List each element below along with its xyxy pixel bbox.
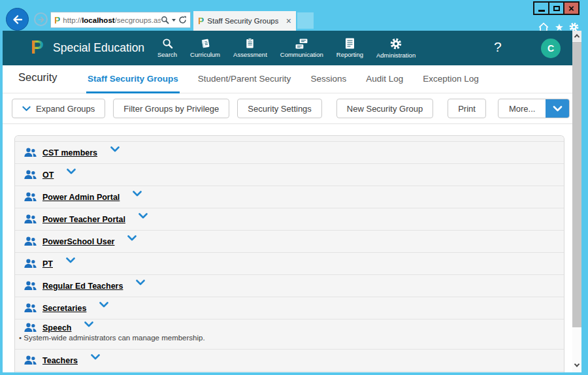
communication-icon (295, 39, 308, 49)
group-link[interactable]: PowerSchool User (42, 237, 114, 246)
new-security-group-button[interactable]: New Security Group (336, 99, 433, 118)
group-link[interactable]: Power Admin Portal (42, 193, 120, 202)
help-button[interactable]: ? (494, 39, 502, 55)
chevron-down-icon[interactable] (172, 19, 176, 22)
address-bar[interactable]: P http://localhost/secgroups.aspx?pos (50, 12, 191, 28)
security-settings-button[interactable]: Security Settings (237, 99, 322, 118)
tab-close-icon[interactable]: × (286, 16, 291, 25)
group-link[interactable]: Teachers (42, 356, 78, 365)
gear-icon (390, 38, 402, 50)
nav-item-reporting[interactable]: Reporting (330, 38, 370, 58)
group-row: Power Teacher Portal (15, 208, 564, 231)
group-link[interactable]: CST members (42, 148, 97, 157)
tab-staff-security-groups[interactable]: Staff Security Groups (86, 65, 180, 93)
group-people-icon (24, 303, 37, 313)
group-link[interactable]: Regular Ed Teachers (42, 282, 123, 291)
scrollbar-thumb[interactable] (572, 42, 581, 327)
app-header: P Special Education Search Curriculum (3, 31, 572, 65)
chevron-down-icon (553, 106, 563, 112)
toolbar: Expand Groups Filter Groups by Privilege… (3, 93, 572, 124)
security-tabs: Staff Security Groups Student/Parent Sec… (86, 65, 480, 93)
nav-item-communication[interactable]: Communication (274, 39, 330, 58)
chevron-down-icon[interactable] (133, 191, 142, 197)
group-people-icon (24, 214, 37, 224)
group-row: Teachers (15, 350, 564, 372)
chevron-down-icon[interactable] (110, 146, 120, 152)
group-people-icon (24, 192, 37, 202)
nav-label: Curriculum (190, 51, 220, 58)
tab-student-parent-security[interactable]: Student/Parent Security (197, 65, 293, 93)
close-button[interactable]: × (563, 1, 580, 15)
minimize-icon (538, 10, 545, 12)
group-link[interactable]: PT (42, 259, 53, 269)
nav-label: Search (157, 51, 177, 58)
chevron-down-icon[interactable] (66, 257, 75, 263)
browser-tab[interactable]: P Staff Security Groups × (193, 11, 296, 31)
minimize-button[interactable] (533, 1, 549, 15)
group-row-line: Speech (19, 323, 93, 333)
url-text: http://localhost/secgroups.aspx?pos (63, 16, 161, 24)
scrollbar-down-button[interactable] (572, 363, 581, 367)
new-tab-button[interactable] (297, 12, 314, 29)
powerschool-logo: P (31, 37, 44, 57)
more-dropdown-button[interactable] (546, 99, 569, 118)
maximize-button[interactable] (548, 1, 564, 15)
chevron-down-icon[interactable] (136, 280, 145, 285)
page-content: Security Staff Security Groups Student/P… (3, 65, 572, 372)
group-row: CST members (15, 142, 564, 164)
chevron-down-icon[interactable] (139, 213, 148, 219)
page-title: Security (18, 71, 57, 84)
back-arrow-icon (12, 14, 24, 25)
chevron-down-icon[interactable] (84, 321, 93, 327)
more-button[interactable]: More... (498, 99, 570, 118)
nav-item-assessment[interactable]: Assessment (227, 38, 274, 58)
filter-groups-button[interactable]: Filter Groups by Privilege (113, 99, 229, 118)
tab-audit-log[interactable]: Audit Log (365, 65, 404, 93)
refresh-icon[interactable] (178, 16, 187, 24)
tab-title: Staff Security Groups (207, 17, 278, 25)
chevron-down-icon[interactable] (67, 169, 76, 174)
group-link[interactable]: Secretaries (42, 304, 86, 313)
group-people-icon (24, 236, 37, 246)
tab-exception-log[interactable]: Exception Log (421, 65, 480, 93)
nav-label: Reporting (336, 51, 363, 58)
group-people-icon (24, 148, 37, 157)
nav-label: Administration (376, 52, 416, 59)
group-people-icon (24, 170, 37, 180)
search-icon[interactable] (161, 16, 169, 24)
group-link[interactable]: Power Teacher Portal (42, 215, 125, 224)
chevron-down-icon (574, 361, 580, 367)
user-avatar[interactable]: C (541, 39, 561, 58)
group-row: PowerSchool User (15, 231, 564, 253)
nav-item-administration[interactable]: Administration (370, 38, 422, 59)
expand-groups-button[interactable]: Expand Groups (12, 99, 105, 118)
chevron-up-icon (574, 34, 580, 39)
group-link[interactable]: OT (42, 171, 54, 180)
nav-item-curriculum[interactable]: Curriculum (184, 38, 227, 58)
chevron-down-icon[interactable] (99, 302, 108, 308)
tab-sessions[interactable]: Sessions (309, 65, 348, 93)
button-label: Expand Groups (36, 104, 95, 114)
forward-button[interactable] (34, 12, 48, 26)
group-link[interactable]: Speech (42, 323, 71, 333)
group-people-icon (24, 281, 37, 291)
main-nav: Search Curriculum Asse (151, 31, 422, 65)
forward-arrow-icon (37, 16, 45, 24)
groups-panel: CST members OT P (14, 135, 564, 372)
chevron-down-icon[interactable] (127, 235, 137, 241)
chevron-down-icon[interactable] (91, 354, 100, 360)
nav-item-search[interactable]: Search (151, 38, 184, 58)
scrollbar-up-button[interactable] (572, 31, 581, 41)
back-button[interactable] (6, 8, 29, 31)
group-people-icon (24, 355, 37, 365)
vertical-scrollbar (572, 31, 581, 372)
button-label: Filter Groups by Privilege (123, 104, 219, 114)
group-note: System-wide administrators can manage me… (19, 334, 205, 342)
button-label: More... (498, 104, 546, 114)
maximize-icon (553, 6, 560, 11)
print-button[interactable]: Print (448, 99, 486, 118)
document-icon (345, 38, 355, 49)
book-icon (200, 38, 211, 49)
address-bar-icons (161, 16, 187, 24)
tab-favicon: P (198, 16, 204, 25)
